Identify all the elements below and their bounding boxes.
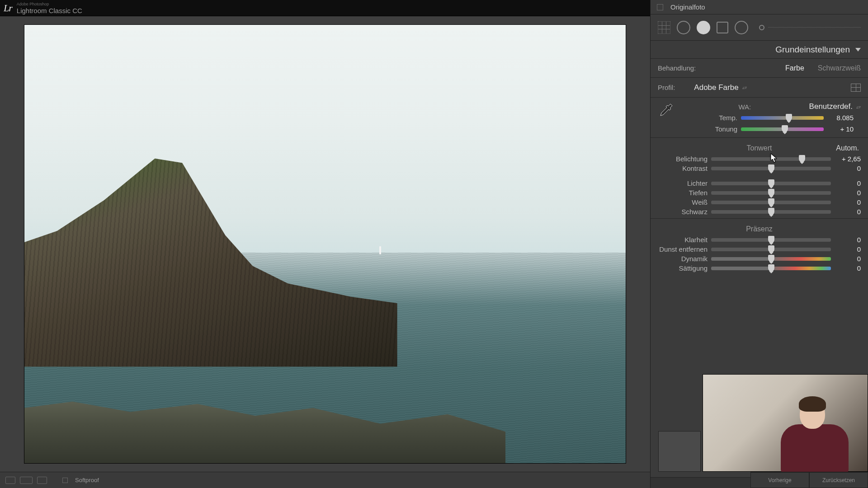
tone-header: Tonwert Autom. bbox=[651, 140, 868, 154]
slider-thumb[interactable] bbox=[786, 114, 792, 121]
slider-value[interactable]: 8.085 bbox=[827, 114, 854, 122]
crop-tool-icon[interactable] bbox=[658, 21, 670, 34]
slider-value[interactable]: 0 bbox=[835, 208, 861, 216]
wb-dropdown[interactable]: Benutzerdef. ▵▿ bbox=[809, 102, 861, 111]
softproof-checkbox[interactable] bbox=[62, 478, 68, 483]
slider-highlights[interactable]: Lichter 0 bbox=[651, 178, 868, 188]
app-logo: Lr bbox=[4, 2, 12, 14]
slider-label: Dunst entfernen bbox=[651, 245, 708, 253]
slider-thumb[interactable] bbox=[768, 198, 774, 206]
slider-track[interactable] bbox=[711, 182, 831, 185]
original-checkbox[interactable] bbox=[657, 4, 663, 10]
treatment-color[interactable]: Farbe bbox=[785, 64, 804, 72]
profile-row: Profil: Adobe Farbe ▵▿ bbox=[651, 78, 868, 98]
slider-value[interactable]: 0 bbox=[835, 236, 861, 244]
slider-value[interactable]: 0 bbox=[835, 255, 861, 263]
slider-label: Schwarz bbox=[651, 208, 708, 216]
spot-tool-icon[interactable] bbox=[677, 21, 690, 34]
slider-track[interactable] bbox=[711, 248, 831, 251]
slider-thumb[interactable] bbox=[768, 208, 774, 215]
view-loupe-icon[interactable] bbox=[5, 477, 15, 484]
slider-track[interactable] bbox=[711, 267, 831, 270]
slider-value[interactable]: 0 bbox=[835, 179, 861, 187]
caret-icon: ▵▿ bbox=[742, 85, 747, 90]
slider-contrast[interactable]: Kontrast 0 bbox=[651, 164, 868, 173]
slider-dehaze[interactable]: Dunst entfernen 0 bbox=[651, 244, 868, 254]
brush-tool-icon[interactable] bbox=[759, 25, 861, 30]
preview-photo[interactable] bbox=[24, 25, 626, 463]
footer-buttons: Vorherige Zurücksetzen bbox=[750, 472, 868, 488]
slider-value[interactable]: 0 bbox=[835, 164, 861, 172]
profile-label: Profil: bbox=[658, 84, 675, 91]
treatment-label: Behandlung: bbox=[658, 64, 696, 72]
slider-track[interactable] bbox=[711, 201, 831, 204]
profile-browser-icon[interactable] bbox=[851, 84, 861, 92]
webcam-overlay bbox=[703, 374, 868, 472]
slider-tint[interactable]: Tonung + 10 bbox=[680, 124, 861, 134]
slider-thumb[interactable] bbox=[768, 164, 774, 172]
slider-label: Temp. bbox=[680, 114, 737, 122]
slider-track[interactable] bbox=[711, 157, 831, 161]
presence-title: Präsenz bbox=[746, 225, 773, 233]
slider-track[interactable] bbox=[711, 191, 831, 195]
slider-saturation[interactable]: Sättigung 0 bbox=[651, 263, 868, 273]
wb-label: WA: bbox=[680, 103, 809, 111]
slider-shadows[interactable]: Tiefen 0 bbox=[651, 188, 868, 197]
slider-label: Kontrast bbox=[651, 164, 708, 172]
slider-vibrance[interactable]: Dynamik 0 bbox=[651, 254, 868, 263]
slider-value[interactable]: 0 bbox=[835, 189, 861, 197]
basic-panel-title: Grundeinstellungen bbox=[775, 45, 850, 55]
slider-thumb[interactable] bbox=[768, 245, 774, 253]
slider-value[interactable]: 0 bbox=[835, 245, 861, 253]
slider-track[interactable] bbox=[711, 238, 831, 242]
treatment-bw[interactable]: Schwarzweiß bbox=[818, 64, 861, 72]
whitebalance-block: WA: Benutzerdef. ▵▿ Temp. 8.085 Tonung bbox=[651, 98, 868, 136]
slider-whites[interactable]: Weiß 0 bbox=[651, 197, 868, 207]
slider-temp[interactable]: Temp. 8.085 bbox=[680, 113, 861, 122]
slider-track[interactable] bbox=[741, 127, 824, 131]
previous-button[interactable]: Vorherige bbox=[750, 472, 809, 488]
slider-thumb[interactable] bbox=[768, 255, 774, 262]
slider-thumb[interactable] bbox=[768, 179, 774, 187]
auto-button[interactable]: Autom. bbox=[836, 144, 859, 152]
slider-value[interactable]: + 10 bbox=[827, 125, 854, 133]
slider-value[interactable]: 0 bbox=[835, 198, 861, 206]
slider-track[interactable] bbox=[711, 257, 831, 261]
slider-label: Tiefen bbox=[651, 189, 708, 197]
treatment-row: Behandlung: Farbe Schwarzweiß bbox=[651, 59, 868, 78]
slider-label: Belichtung bbox=[651, 155, 708, 163]
slider-track[interactable] bbox=[711, 210, 831, 214]
slider-thumb[interactable] bbox=[799, 155, 805, 162]
slider-label: Weiß bbox=[651, 198, 708, 206]
original-label: Originalfoto bbox=[670, 3, 705, 11]
collapse-icon[interactable] bbox=[855, 48, 861, 52]
view-grid-icon[interactable] bbox=[37, 477, 47, 484]
slider-value[interactable]: + 2,65 bbox=[835, 155, 861, 163]
softproof-label: Softproof bbox=[75, 477, 99, 483]
slider-thumb[interactable] bbox=[768, 189, 774, 196]
slider-label: Tonung bbox=[680, 125, 737, 133]
slider-thumb[interactable] bbox=[768, 236, 774, 243]
basic-panel-header[interactable]: Grundeinstellungen bbox=[651, 41, 868, 59]
filmstrip-thumb[interactable] bbox=[658, 431, 701, 472]
local-tools-row bbox=[651, 14, 868, 41]
slider-clarity[interactable]: Klarheit 0 bbox=[651, 235, 868, 244]
slider-label: Dynamik bbox=[651, 255, 708, 263]
tone-title: Tonwert bbox=[746, 144, 772, 152]
profile-dropdown[interactable]: Adobe Farbe ▵▿ bbox=[694, 83, 746, 92]
grad-tool-icon[interactable] bbox=[717, 22, 728, 33]
slider-thumb[interactable] bbox=[768, 264, 774, 272]
slider-track[interactable] bbox=[741, 116, 824, 120]
slider-exposure[interactable]: Belichtung + 2,65 bbox=[651, 154, 868, 164]
canvas-area[interactable] bbox=[0, 16, 650, 472]
radial-tool-icon[interactable] bbox=[735, 21, 748, 34]
view-beforeafter-icon[interactable] bbox=[20, 477, 33, 484]
redeye-tool-icon[interactable] bbox=[697, 21, 710, 34]
wb-eyedropper-icon[interactable] bbox=[658, 102, 674, 118]
reset-button[interactable]: Zurücksetzen bbox=[809, 472, 868, 488]
slider-value[interactable]: 0 bbox=[835, 264, 861, 272]
slider-blacks[interactable]: Schwarz 0 bbox=[651, 207, 868, 216]
slider-thumb[interactable] bbox=[782, 125, 788, 132]
slider-track[interactable] bbox=[711, 167, 831, 170]
original-row[interactable]: Originalfoto bbox=[651, 0, 868, 14]
